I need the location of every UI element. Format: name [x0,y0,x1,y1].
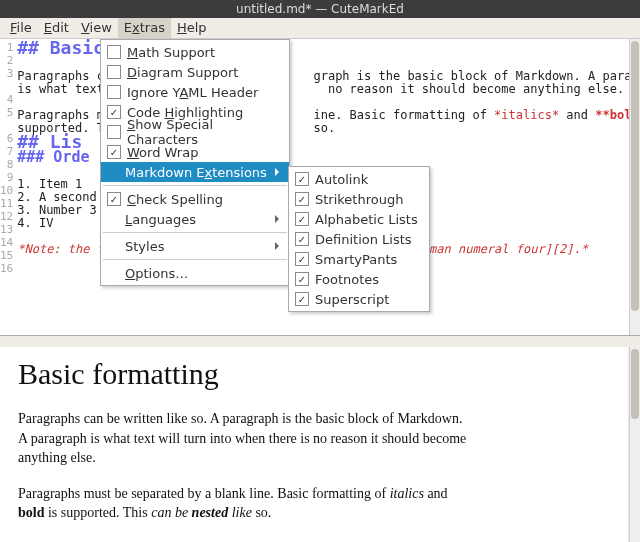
checkbox-icon: ✓ [295,192,309,206]
preview-paragraph: Paragraphs can be written like so. A par… [18,409,468,468]
mi-show-special[interactable]: Show Special Characters [101,122,289,142]
mi-check-spelling[interactable]: ✓Check Spelling [101,189,289,209]
chevron-right-icon [275,168,283,176]
mi-diagram-support[interactable]: Diagram Support [101,62,289,82]
preview-pane: Basic formatting Paragraphs can be writt… [0,347,628,542]
chevron-right-icon [275,215,283,223]
checkbox-icon: ✓ [295,292,309,306]
mi-languages[interactable]: Languages [101,209,289,229]
menu-extras[interactable]: Extras [118,18,171,38]
mi-alphabetic-lists[interactable]: ✓Alphabetic Lists [289,209,429,229]
mi-strikethrough[interactable]: ✓Strikethrough [289,189,429,209]
checkbox-icon: ✓ [295,212,309,226]
mi-styles[interactable]: Styles [101,236,289,256]
separator [103,259,287,260]
checkbox-icon: ✓ [295,252,309,266]
window-titlebar: untitled.md* — CuteMarkEd [0,0,640,18]
mi-autolink[interactable]: ✓Autolink [289,169,429,189]
chevron-right-icon [275,242,283,250]
checkbox-icon [107,65,121,79]
mi-ignore-yaml[interactable]: Ignore YAML Header [101,82,289,102]
mi-superscript[interactable]: ✓Superscript [289,289,429,309]
checkbox-icon: ✓ [295,232,309,246]
mi-math-support[interactable]: Math Support [101,42,289,62]
line-gutter: 12345678910111213141516 [0,39,15,335]
checkbox-icon: ✓ [107,105,121,119]
checkbox-icon: ✓ [107,192,121,206]
preview-scrollbar[interactable] [629,347,640,542]
checkbox-icon [107,85,121,99]
mi-smartypants[interactable]: ✓SmartyPants [289,249,429,269]
mi-definition-lists[interactable]: ✓Definition Lists [289,229,429,249]
menu-file[interactable]: File [4,18,38,38]
preview-paragraph: Paragraphs must be separated by a blank … [18,484,468,523]
checkbox-icon [107,125,121,139]
md-extensions-submenu: ✓Autolink ✓Strikethrough ✓Alphabetic Lis… [288,166,430,312]
menu-edit[interactable]: Edit [38,18,75,38]
mi-options[interactable]: Options… [101,263,289,283]
scrollbar-thumb[interactable] [631,349,639,419]
checkbox-icon [107,45,121,59]
scrollbar-thumb[interactable] [631,41,639,311]
editor-scrollbar[interactable] [629,39,640,335]
separator [103,185,287,186]
checkbox-icon: ✓ [107,145,121,159]
separator [103,232,287,233]
mi-footnotes[interactable]: ✓Footnotes [289,269,429,289]
checkbox-icon: ✓ [295,272,309,286]
preview-heading: Basic formatting [18,357,610,391]
menu-view[interactable]: View [75,18,118,38]
checkbox-icon: ✓ [295,172,309,186]
mi-word-wrap[interactable]: ✓Word Wrap [101,142,289,162]
mi-markdown-extensions[interactable]: Markdown Extensions [101,162,289,182]
menubar: File Edit View Extras Help [0,18,640,39]
extras-dropdown: Math Support Diagram Support Ignore YAML… [100,39,290,286]
menu-help[interactable]: Help [171,18,213,38]
